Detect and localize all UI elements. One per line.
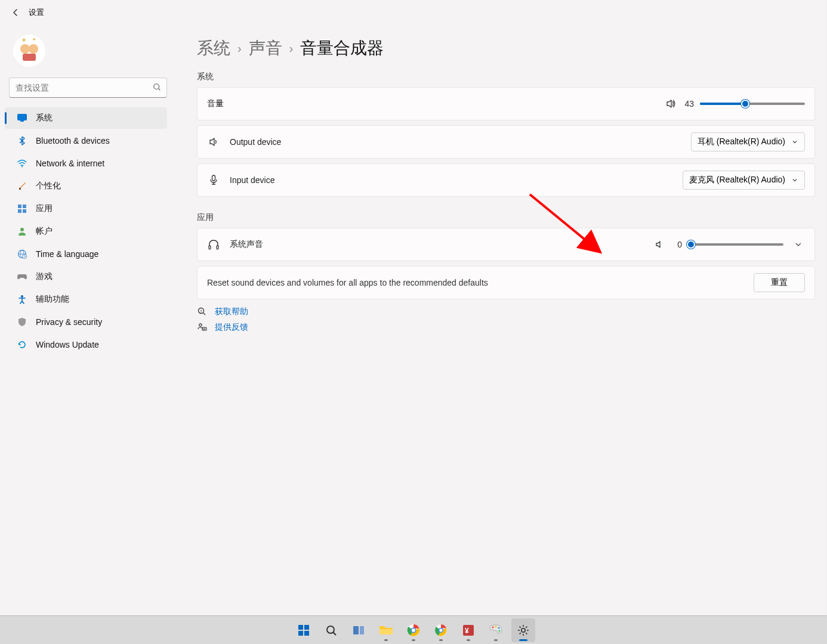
- svg-line-40: [334, 632, 337, 635]
- shield-icon: [17, 317, 27, 327]
- sidebar-item-label: 游戏: [36, 271, 53, 282]
- chrome-icon: [434, 624, 448, 637]
- chevron-down-icon: [791, 138, 798, 145]
- system-sounds-value: 0: [670, 240, 682, 249]
- svg-point-1: [20, 44, 30, 54]
- sidebar-item-label: Bluetooth & devices: [36, 136, 110, 145]
- gear-icon: [517, 624, 530, 637]
- sidebar-item-label: Network & internet: [36, 159, 104, 168]
- svg-text:★: ★: [32, 37, 36, 41]
- main-content: 系统 › 声音 › 音量合成器 系统 音量 43 Output device: [197, 37, 815, 333]
- accessibility-icon: [17, 294, 27, 305]
- chevron-right-icon: ›: [289, 42, 294, 55]
- chevron-right-icon: ›: [237, 42, 242, 55]
- reset-text: Reset sound devices and volumes for all …: [207, 278, 488, 287]
- svg-point-39: [327, 626, 334, 633]
- svg-point-54: [495, 626, 496, 627]
- gamepad-icon: [17, 271, 27, 282]
- chevron-down-icon: [791, 177, 798, 184]
- svg-line-29: [203, 313, 206, 315]
- svg-point-6: [154, 84, 159, 89]
- palette-icon: [489, 624, 503, 637]
- taskbar-explorer[interactable]: [374, 618, 398, 642]
- input-device-value: 麦克风 (Realtek(R) Audio): [689, 175, 785, 185]
- system-sounds-slider[interactable]: [688, 239, 783, 250]
- reset-button[interactable]: 重置: [754, 273, 805, 292]
- back-button[interactable]: [6, 3, 25, 22]
- apps-icon: [17, 203, 27, 214]
- taskbar-chrome[interactable]: [429, 618, 453, 642]
- breadcrumb-system[interactable]: 系统: [197, 37, 230, 60]
- card-volume: 音量 43: [197, 87, 815, 120]
- app-icon: ¥: [462, 624, 475, 637]
- search-input[interactable]: [9, 78, 167, 98]
- sidebar-item-accessibility[interactable]: 辅助功能: [5, 289, 167, 310]
- sidebar-item-apps[interactable]: 应用: [5, 198, 167, 219]
- svg-text:?: ?: [200, 309, 202, 313]
- sidebar-item-bluetooth[interactable]: Bluetooth & devices: [5, 130, 167, 151]
- avatar[interactable]: ★ ★: [13, 35, 45, 67]
- card-input-device: Input device 麦克风 (Realtek(R) Audio): [197, 163, 815, 197]
- breadcrumb-current: 音量合成器: [300, 37, 384, 60]
- svg-point-46: [412, 628, 415, 632]
- svg-point-16: [20, 228, 24, 231]
- microphone-icon: [207, 175, 220, 185]
- expand-button[interactable]: [792, 238, 805, 251]
- sidebar-item-label: Privacy & security: [36, 317, 102, 327]
- volume-value: 43: [682, 99, 694, 109]
- taskbar-app-pinned-1[interactable]: ¥: [456, 618, 480, 642]
- svg-rect-8: [18, 114, 27, 120]
- get-help-link[interactable]: 获取帮助: [215, 306, 248, 317]
- taskbar-paint[interactable]: [484, 618, 508, 642]
- speaker-icon[interactable]: [665, 98, 676, 109]
- svg-point-10: [21, 166, 23, 168]
- section-label-apps: 应用: [197, 212, 815, 223]
- brush-icon: [17, 181, 27, 191]
- sidebar-item-update[interactable]: Windows Update: [5, 334, 167, 355]
- feedback-link[interactable]: 提供反馈: [215, 322, 248, 333]
- svg-line-62: [520, 626, 521, 627]
- volume-label: 音量: [207, 98, 224, 109]
- speaker-muted-icon[interactable]: [655, 240, 664, 249]
- svg-point-50: [439, 628, 442, 631]
- sidebar-item-label: Time & language: [36, 249, 98, 259]
- breadcrumb: 系统 › 声音 › 音量合成器: [197, 37, 815, 60]
- taskbar-start[interactable]: [292, 618, 316, 642]
- svg-point-55: [498, 627, 499, 628]
- svg-text:¥: ¥: [465, 627, 469, 635]
- volume-slider[interactable]: [700, 98, 805, 110]
- sidebar-item-gaming[interactable]: 游戏: [5, 266, 167, 287]
- headphones-icon: [207, 239, 220, 250]
- chrome-colored-icon: [407, 624, 420, 637]
- taskbar-taskview[interactable]: [347, 618, 371, 642]
- taskbar-chrome-canary[interactable]: [402, 618, 425, 642]
- svg-rect-35: [298, 625, 303, 630]
- sidebar-item-personalization[interactable]: 个性化: [5, 175, 167, 197]
- svg-rect-12: [18, 205, 21, 208]
- sidebar-item-time[interactable]: Time & language: [5, 243, 167, 265]
- output-device-value: 耳机 (Realtek(R) Audio): [698, 137, 785, 147]
- sidebar-item-accounts[interactable]: 帐户: [5, 221, 167, 242]
- chevron-down-icon: [794, 240, 803, 249]
- input-device-dropdown[interactable]: 麦克风 (Realtek(R) Audio): [683, 171, 805, 190]
- bluetooth-icon: [17, 135, 27, 146]
- search-icon: [153, 83, 161, 91]
- svg-line-64: [520, 633, 521, 634]
- sidebar-item-label: 辅助功能: [36, 294, 69, 305]
- avatar-image: ★ ★: [14, 36, 44, 66]
- svg-line-63: [526, 633, 527, 634]
- output-device-dropdown[interactable]: 耳机 (Realtek(R) Audio): [691, 132, 805, 151]
- svg-rect-41: [353, 626, 359, 634]
- taskbar-search[interactable]: [319, 618, 343, 642]
- taskbar-settings[interactable]: [511, 618, 535, 642]
- breadcrumb-sound[interactable]: 声音: [249, 37, 282, 60]
- sidebar-item-privacy[interactable]: Privacy & security: [5, 311, 167, 333]
- back-arrow-icon: [11, 8, 20, 17]
- sidebar-item-label: Windows Update: [36, 340, 99, 349]
- sidebar-item-system[interactable]: 系统: [5, 107, 167, 129]
- sidebar-item-network[interactable]: Network & internet: [5, 153, 167, 174]
- person-icon: [17, 226, 27, 237]
- system-icon: [17, 113, 27, 123]
- search-icon: [325, 624, 338, 637]
- svg-point-2: [29, 44, 38, 54]
